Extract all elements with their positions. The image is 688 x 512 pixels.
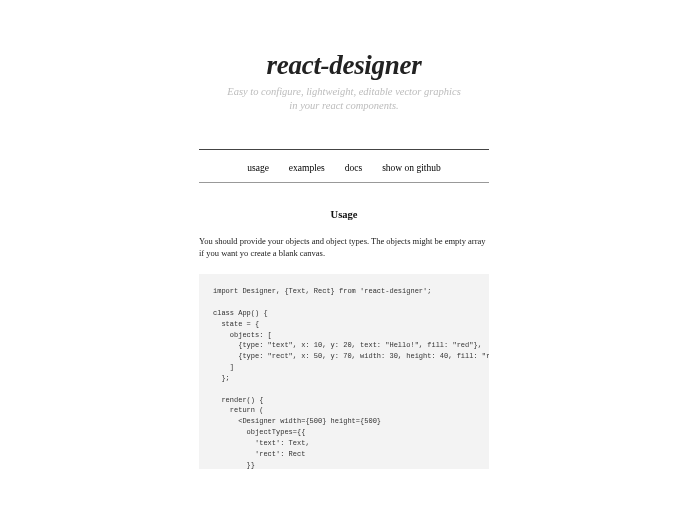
main-nav: usage examples docs show on github (199, 149, 489, 183)
page-container: react-designer Easy to configure, lightw… (199, 0, 489, 469)
section-title-usage: Usage (199, 209, 489, 220)
nav-link-examples[interactable]: examples (289, 163, 325, 173)
nav-link-usage[interactable]: usage (247, 163, 269, 173)
page-subtitle: Easy to configure, lightweight, editable… (199, 85, 489, 113)
page-title: react-designer (199, 50, 489, 81)
usage-description: You should provide your objects and obje… (199, 236, 489, 260)
code-example: import Designer, {Text, Rect} from 'reac… (199, 274, 489, 469)
subtitle-line-2: in your react components. (289, 100, 398, 111)
nav-link-github[interactable]: show on github (382, 163, 441, 173)
subtitle-line-1: Easy to configure, lightweight, editable… (227, 86, 461, 97)
nav-link-docs[interactable]: docs (345, 163, 362, 173)
